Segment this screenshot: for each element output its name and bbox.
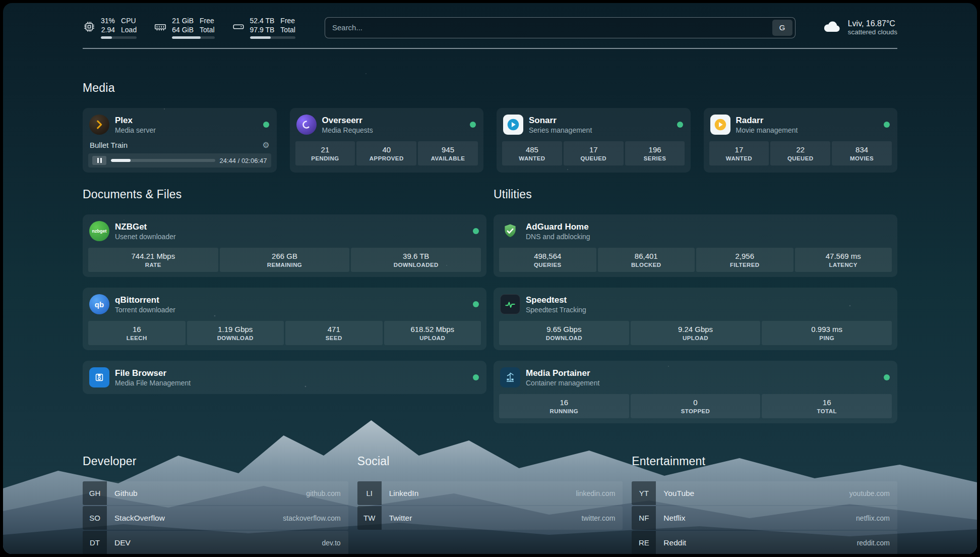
dashboard: 31% 2.94 CPU Load [3,3,977,554]
stat-queued: 22 QUEUED [770,141,830,165]
stat-stopped: 0 STOPPED [631,394,761,418]
disk-progress-bar [250,36,295,39]
bookmark-dev[interactable]: DT DEV dev.to [83,531,348,554]
bookmark-youtube[interactable]: YT YouTube youtube.com [632,481,897,505]
bookmark-group-developer: Developer GH Github github.com SO StackO… [83,423,348,554]
pause-button[interactable] [92,156,106,165]
disk-icon [232,16,245,33]
portainer-icon [500,367,520,387]
stat-upload: 618.52 Mbps UPLOAD [384,321,481,345]
stat-rate: 744.21 Mbps RATE [88,248,218,272]
stat-approved: 40 APPROVED [356,141,416,165]
stat-queued: 17 QUEUED [564,141,624,165]
qbittorrent-icon: qb [89,294,109,314]
service-card-portainer[interactable]: Media Portainer Container management 16 … [494,361,897,423]
stat-total: 16 TOTAL [762,394,892,418]
stat-ping: 0.993 ms PING [762,321,892,345]
disk-widget: 52.4 TB 97.9 TB Free Total [232,16,295,39]
status-dot [473,374,479,380]
service-card-adguard[interactable]: AdGuard Home DNS and adblocking 498,564 … [494,214,897,277]
status-dot [884,374,890,380]
now-playing-title: Bullet Train [90,141,128,149]
service-card-sonarr[interactable]: Sonarr Series management 485 WANTED 17 Q… [497,108,691,173]
stat-latency: 47.569 ms LATENCY [795,248,892,272]
stat-pending: 21 PENDING [295,141,355,165]
plex-icon [89,115,109,135]
adguard-icon [500,221,520,241]
stat-filtered: 2,956 FILTERED [696,248,793,272]
service-card-qbittorrent[interactable]: qb qBittorrent Torrent downloader 16 [83,288,486,350]
nzbget-icon: nzbget [89,221,109,241]
section-title-utilities: Utilities [494,188,897,201]
stat-movies: 834 MOVIES [832,141,892,165]
bookmark-github[interactable]: GH Github github.com [83,481,348,505]
speedtest-icon [500,294,520,314]
weather-condition: scattered clouds [848,28,897,36]
cpu-widget: 31% 2.94 CPU Load [83,16,137,39]
stat-download: 9.65 Gbps DOWNLOAD [499,321,629,345]
bookmark-group-social: Social LI LinkedIn linkedin.com TW Twitt… [357,423,623,554]
status-dot [884,122,890,128]
bookmark-reddit[interactable]: RE Reddit reddit.com [632,531,897,554]
disk-total: 97.9 TB [250,25,275,34]
disk-free: 52.4 TB [250,16,275,25]
search-input[interactable] [332,23,772,32]
stat-blocked: 86,401 BLOCKED [598,248,695,272]
section-title-media: Media [83,81,897,95]
service-card-nzbget[interactable]: nzbget NZBGet Usenet downloader 744.21 M… [83,214,486,277]
bookmark-stackoverflow[interactable]: SO StackOverflow stackoverflow.com [83,506,348,530]
resource-widgets: 31% 2.94 CPU Load [83,16,295,39]
radarr-icon [710,115,730,135]
stat-seed: 471 SEED [285,321,383,345]
memory-icon [154,16,167,33]
stat-wanted: 485 WANTED [502,141,562,165]
playback-progress-bar[interactable] [111,159,215,162]
playback-time: 24:44 / 02:06:47 [220,157,267,164]
weather-location: Lviv, 16.87°C [848,19,897,28]
service-card-plex[interactable]: Plex Media server Bullet Train ⚙ 24:44 /… [83,108,277,173]
service-card-overseerr[interactable]: Overseerr Media Requests 21 PENDING 40 A… [290,108,484,173]
bookmark-group-entertainment: Entertainment YT YouTube youtube.com NF … [632,423,897,554]
service-card-filebrowser[interactable]: File Browser Media File Management [83,361,486,394]
bookmark-netflix[interactable]: NF Netflix netflix.com [632,506,897,530]
status-dot [677,122,683,128]
stat-download: 1.19 Gbps DOWNLOAD [187,321,284,345]
cpu-load: 2.94 [101,25,115,34]
section-title-documents: Documents & Files [83,188,486,201]
stat-remaining: 266 GB REMAINING [220,248,350,272]
memory-total: 64 GiB [172,25,194,34]
gear-icon[interactable]: ⚙ [262,141,269,149]
stat-leech: 16 LEECH [88,321,186,345]
service-card-speedtest[interactable]: Speedtest Speedtest Tracking 9.65 Gbps D… [494,288,897,350]
search-provider-button[interactable]: G [772,20,792,36]
stat-downloaded: 39.6 TB DOWNLOADED [351,248,481,272]
weather-widget: Lviv, 16.87°C scattered clouds [822,19,897,36]
status-dot [470,122,476,128]
filebrowser-icon [89,367,109,387]
cloud-icon [822,19,842,36]
search-box[interactable]: G [325,17,795,38]
cpu-percent: 31% [101,16,115,25]
stat-running: 16 RUNNING [499,394,629,418]
section-title-entertainment: Entertainment [632,455,897,468]
bookmark-twitter[interactable]: TW Twitter twitter.com [357,506,623,530]
cpu-icon [83,16,96,33]
stat-available: 945 AVAILABLE [418,141,478,165]
status-dot [473,228,479,234]
bookmark-linkedin[interactable]: LI LinkedIn linkedin.com [357,481,623,505]
stat-queries: 498,564 QUERIES [499,248,596,272]
stat-upload: 9.24 Gbps UPLOAD [631,321,761,345]
memory-free: 21 GiB [172,16,194,25]
cpu-progress-bar [101,36,137,39]
memory-widget: 21 GiB 64 GiB Free Total [154,16,214,39]
header-divider [83,48,897,49]
section-title-social: Social [357,455,623,468]
stat-series: 196 SERIES [625,141,685,165]
status-dot [263,122,269,128]
status-dot [473,301,479,307]
media-cards: Plex Media server Bullet Train ⚙ 24:44 /… [83,108,897,173]
top-bar: 31% 2.94 CPU Load [83,3,897,39]
section-title-developer: Developer [83,455,348,468]
service-card-radarr[interactable]: Radarr Movie management 17 WANTED 22 QUE… [704,108,898,173]
now-playing-progress: 24:44 / 02:06:47 [88,153,271,168]
